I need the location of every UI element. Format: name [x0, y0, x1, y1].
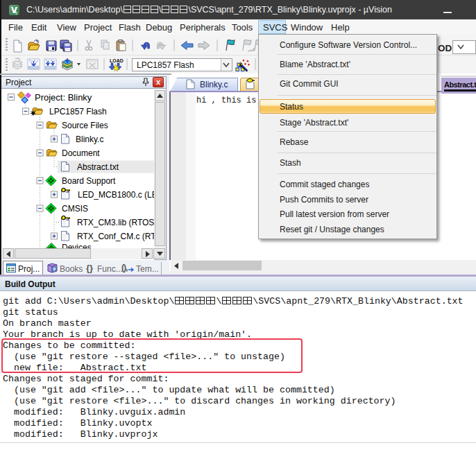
svg-text:5: 5 [15, 11, 18, 15]
svg-text:LED_MCB1800.c (LED: LED_MCB1800.c (LED [78, 190, 154, 200]
svg-text:Source Files: Source Files [62, 121, 108, 130]
svg-text:Abstract.txt: Abstract.txt [77, 162, 119, 172]
svg-text:Blinky.c: Blinky.c [76, 135, 103, 144]
svg-text:Board Support: Board Support [62, 176, 116, 186]
svg-text:Project: Blinky: Project: Blinky [35, 92, 92, 103]
svg-text:LOAD: LOAD [110, 58, 124, 63]
svg-text:Document: Document [62, 148, 100, 158]
svg-text:?: ? [53, 267, 56, 272]
svg-text:RTX_Conf_CM.c (RTO: RTX_Conf_CM.c (RTO [77, 232, 154, 241]
svg-text:CMSIS: CMSIS [62, 204, 88, 214]
svg-text:RTX_CM3.lib (RTOS:K: RTX_CM3.lib (RTOS:K [77, 218, 154, 227]
svg-text:LPC1857 Flash: LPC1857 Flash [49, 107, 107, 116]
